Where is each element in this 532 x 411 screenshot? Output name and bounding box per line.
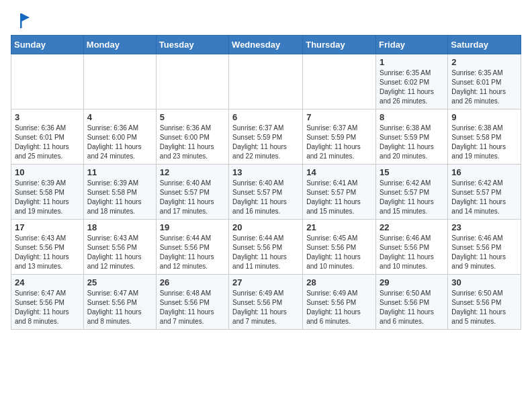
day-number: 16 (451, 167, 517, 177)
day-info: Sunrise: 6:43 AM Sunset: 5:56 PM Dayligh… (87, 234, 152, 271)
day-info: Sunrise: 6:46 AM Sunset: 5:56 PM Dayligh… (451, 234, 517, 271)
day-number: 15 (380, 167, 444, 177)
day-cell: 27Sunrise: 6:49 AM Sunset: 5:56 PM Dayli… (229, 275, 303, 330)
day-number: 26 (160, 277, 225, 287)
day-cell: 19Sunrise: 6:44 AM Sunset: 5:56 PM Dayli… (156, 220, 228, 275)
logo (11, 11, 31, 30)
day-cell: 9Sunrise: 6:38 AM Sunset: 5:58 PM Daylig… (448, 109, 521, 165)
day-cell: 22Sunrise: 6:46 AM Sunset: 5:56 PM Dayli… (376, 220, 448, 275)
week-row-4: 17Sunrise: 6:43 AM Sunset: 5:56 PM Dayli… (11, 220, 521, 275)
day-number: 27 (232, 277, 299, 287)
day-number: 24 (15, 277, 80, 287)
day-cell: 25Sunrise: 6:47 AM Sunset: 5:56 PM Dayli… (83, 275, 156, 330)
day-info: Sunrise: 6:43 AM Sunset: 5:56 PM Dayligh… (15, 234, 80, 271)
day-number: 23 (451, 222, 517, 232)
day-cell: 14Sunrise: 6:41 AM Sunset: 5:57 PM Dayli… (303, 165, 376, 220)
day-cell: 26Sunrise: 6:48 AM Sunset: 5:56 PM Dayli… (156, 275, 228, 330)
day-info: Sunrise: 6:49 AM Sunset: 5:56 PM Dayligh… (232, 289, 299, 326)
day-cell: 28Sunrise: 6:49 AM Sunset: 5:56 PM Dayli… (303, 275, 376, 330)
day-number: 21 (306, 222, 372, 232)
day-number: 5 (160, 112, 225, 122)
day-number: 22 (380, 222, 444, 232)
header-thursday: Thursday (303, 36, 376, 54)
day-info: Sunrise: 6:35 AM Sunset: 6:01 PM Dayligh… (451, 68, 517, 106)
day-cell: 1Sunrise: 6:35 AM Sunset: 6:02 PM Daylig… (376, 54, 448, 109)
day-number: 30 (451, 277, 517, 287)
day-info: Sunrise: 6:36 AM Sunset: 6:01 PM Dayligh… (15, 124, 80, 161)
day-info: Sunrise: 6:37 AM Sunset: 5:59 PM Dayligh… (232, 124, 299, 161)
day-number: 9 (451, 112, 517, 122)
day-cell: 29Sunrise: 6:50 AM Sunset: 5:56 PM Dayli… (376, 275, 448, 330)
day-cell (156, 54, 228, 109)
day-number: 13 (232, 167, 299, 177)
day-cell: 13Sunrise: 6:40 AM Sunset: 5:57 PM Dayli… (229, 165, 303, 220)
day-number: 2 (451, 57, 517, 67)
day-cell: 11Sunrise: 6:39 AM Sunset: 5:58 PM Dayli… (83, 165, 156, 220)
day-info: Sunrise: 6:37 AM Sunset: 5:59 PM Dayligh… (306, 124, 372, 161)
day-cell: 3Sunrise: 6:36 AM Sunset: 6:01 PM Daylig… (11, 109, 84, 165)
day-info: Sunrise: 6:50 AM Sunset: 5:56 PM Dayligh… (380, 289, 444, 326)
day-cell: 20Sunrise: 6:44 AM Sunset: 5:56 PM Dayli… (229, 220, 303, 275)
day-cell: 17Sunrise: 6:43 AM Sunset: 5:56 PM Dayli… (11, 220, 84, 275)
header-friday: Friday (376, 36, 448, 54)
day-info: Sunrise: 6:41 AM Sunset: 5:57 PM Dayligh… (306, 179, 372, 216)
day-cell: 24Sunrise: 6:47 AM Sunset: 5:56 PM Dayli… (11, 275, 84, 330)
day-number: 10 (15, 167, 80, 177)
day-info: Sunrise: 6:36 AM Sunset: 6:00 PM Dayligh… (160, 124, 225, 161)
day-cell (11, 54, 84, 109)
header-sunday: Sunday (11, 36, 84, 54)
day-info: Sunrise: 6:47 AM Sunset: 5:56 PM Dayligh… (15, 289, 80, 326)
day-cell: 10Sunrise: 6:39 AM Sunset: 5:58 PM Dayli… (11, 165, 84, 220)
day-cell: 21Sunrise: 6:45 AM Sunset: 5:56 PM Dayli… (303, 220, 376, 275)
day-cell: 30Sunrise: 6:50 AM Sunset: 5:56 PM Dayli… (448, 275, 521, 330)
svg-rect-1 (20, 13, 22, 28)
header-monday: Monday (83, 36, 156, 54)
day-info: Sunrise: 6:50 AM Sunset: 5:56 PM Dayligh… (451, 289, 517, 326)
day-info: Sunrise: 6:40 AM Sunset: 5:57 PM Dayligh… (160, 179, 225, 216)
header-tuesday: Tuesday (156, 36, 228, 54)
day-number: 14 (306, 167, 372, 177)
day-cell: 7Sunrise: 6:37 AM Sunset: 5:59 PM Daylig… (303, 109, 376, 165)
day-cell: 4Sunrise: 6:36 AM Sunset: 6:00 PM Daylig… (83, 109, 156, 165)
day-info: Sunrise: 6:35 AM Sunset: 6:02 PM Dayligh… (380, 68, 444, 106)
day-number: 20 (232, 222, 299, 232)
day-cell (303, 54, 376, 109)
day-number: 28 (306, 277, 372, 287)
day-cell: 16Sunrise: 6:42 AM Sunset: 5:57 PM Dayli… (448, 165, 521, 220)
day-info: Sunrise: 6:40 AM Sunset: 5:57 PM Dayligh… (232, 179, 299, 216)
day-info: Sunrise: 6:45 AM Sunset: 5:56 PM Dayligh… (306, 234, 372, 271)
day-number: 7 (306, 112, 372, 122)
calendar-header-row: SundayMondayTuesdayWednesdayThursdayFrid… (11, 36, 521, 54)
day-cell: 8Sunrise: 6:38 AM Sunset: 5:59 PM Daylig… (376, 109, 448, 165)
day-number: 3 (15, 112, 80, 122)
day-number: 29 (380, 277, 444, 287)
day-number: 6 (232, 112, 299, 122)
header-wednesday: Wednesday (229, 36, 303, 54)
day-info: Sunrise: 6:46 AM Sunset: 5:56 PM Dayligh… (380, 234, 444, 271)
day-number: 17 (15, 222, 80, 232)
day-info: Sunrise: 6:39 AM Sunset: 5:58 PM Dayligh… (15, 179, 80, 216)
day-number: 8 (380, 112, 444, 122)
day-cell: 12Sunrise: 6:40 AM Sunset: 5:57 PM Dayli… (156, 165, 228, 220)
day-number: 25 (87, 277, 152, 287)
calendar-table: SundayMondayTuesdayWednesdayThursdayFrid… (11, 35, 521, 330)
day-info: Sunrise: 6:38 AM Sunset: 5:59 PM Dayligh… (380, 124, 444, 161)
day-number: 1 (380, 57, 444, 67)
day-cell: 15Sunrise: 6:42 AM Sunset: 5:57 PM Dayli… (376, 165, 448, 220)
day-cell: 2Sunrise: 6:35 AM Sunset: 6:01 PM Daylig… (448, 54, 521, 109)
day-number: 18 (87, 222, 152, 232)
day-cell: 23Sunrise: 6:46 AM Sunset: 5:56 PM Dayli… (448, 220, 521, 275)
day-info: Sunrise: 6:47 AM Sunset: 5:56 PM Dayligh… (87, 289, 152, 326)
day-cell: 18Sunrise: 6:43 AM Sunset: 5:56 PM Dayli… (83, 220, 156, 275)
day-info: Sunrise: 6:42 AM Sunset: 5:57 PM Dayligh… (380, 179, 444, 216)
day-number: 19 (160, 222, 225, 232)
day-info: Sunrise: 6:49 AM Sunset: 5:56 PM Dayligh… (306, 289, 372, 326)
week-row-3: 10Sunrise: 6:39 AM Sunset: 5:58 PM Dayli… (11, 165, 521, 220)
week-row-1: 1Sunrise: 6:35 AM Sunset: 6:02 PM Daylig… (11, 54, 521, 109)
day-cell (229, 54, 303, 109)
logo-icon (12, 11, 31, 30)
day-number: 12 (160, 167, 225, 177)
day-cell: 5Sunrise: 6:36 AM Sunset: 6:00 PM Daylig… (156, 109, 228, 165)
day-cell: 6Sunrise: 6:37 AM Sunset: 5:59 PM Daylig… (229, 109, 303, 165)
week-row-5: 24Sunrise: 6:47 AM Sunset: 5:56 PM Dayli… (11, 275, 521, 330)
